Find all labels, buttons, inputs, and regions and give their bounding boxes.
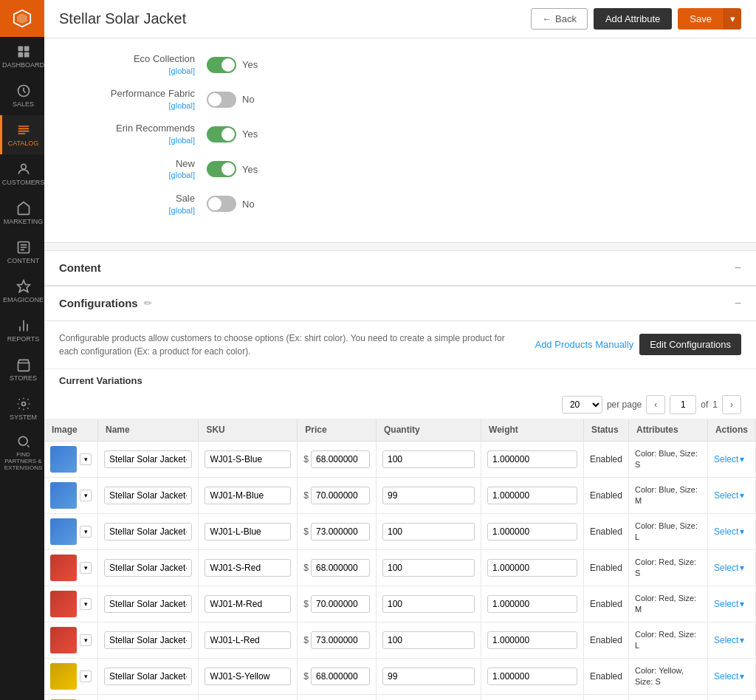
toggle-sale[interactable]: [207, 196, 236, 212]
config-description: Configurable products allow customers to…: [59, 332, 517, 358]
action-chevron-icon: ▾: [740, 526, 744, 537]
toggle-eco[interactable]: [207, 57, 236, 73]
price-input[interactable]: [311, 523, 370, 541]
sidebar-item-catalog[interactable]: CATALOG: [0, 115, 44, 154]
name-input[interactable]: [104, 450, 192, 468]
qty-input[interactable]: [382, 487, 475, 504]
image-dropdown-button[interactable]: ▾: [80, 670, 92, 682]
sidebar-item-dashboard[interactable]: DASHBOARD: [0, 37, 44, 76]
weight-input[interactable]: [487, 450, 577, 468]
cell-weight-6: [481, 658, 584, 694]
sidebar-logo[interactable]: [0, 0, 44, 37]
name-input[interactable]: [104, 523, 192, 541]
cell-price-5: $: [298, 622, 377, 658]
price-input[interactable]: [311, 487, 370, 504]
image-dropdown-button[interactable]: ▾: [80, 562, 92, 574]
status-label: Enabled: [590, 563, 622, 573]
page-prev-button[interactable]: ‹: [646, 395, 665, 414]
weight-input[interactable]: [487, 487, 577, 504]
sku-input[interactable]: [205, 450, 291, 468]
sidebar-label-emagicone: EMAGICONE: [3, 296, 44, 303]
toggle-performance[interactable]: [207, 92, 236, 108]
qty-input[interactable]: [382, 523, 475, 541]
cell-status-4: Enabled: [583, 586, 628, 622]
toggle-erin[interactable]: [207, 126, 236, 143]
sku-input[interactable]: [205, 559, 291, 577]
qty-input[interactable]: [382, 631, 475, 649]
name-input[interactable]: [104, 631, 192, 649]
sku-input[interactable]: [205, 668, 291, 685]
name-input[interactable]: [104, 668, 192, 685]
image-dropdown-button[interactable]: ▾: [80, 526, 92, 538]
cell-qty-3: [376, 549, 481, 586]
pagination-row: 20 50 100 per page ‹ of 1 ›: [44, 391, 756, 419]
qty-input[interactable]: [382, 668, 475, 685]
add-products-manually-button[interactable]: Add Products Manually: [535, 339, 633, 350]
per-page-select[interactable]: 20 50 100: [562, 396, 602, 414]
save-button[interactable]: Save: [678, 8, 724, 30]
price-input[interactable]: [311, 450, 370, 468]
page-next-button[interactable]: ›: [722, 395, 741, 414]
sidebar-item-stores[interactable]: STORES: [0, 350, 44, 389]
weight-input[interactable]: [487, 631, 577, 649]
edit-configurations-button[interactable]: Edit Configurations: [639, 334, 741, 355]
configurations-edit-icon[interactable]: ✏: [144, 298, 152, 309]
sidebar: DASHBOARD SALES CATALOG CUSTOMERS MARKET…: [0, 0, 44, 700]
name-input[interactable]: [104, 559, 192, 577]
cell-name-7: [98, 694, 199, 700]
image-dropdown-button[interactable]: ▾: [80, 453, 92, 465]
content-section-header[interactable]: Content −: [44, 250, 756, 286]
back-button[interactable]: ← Back: [531, 8, 588, 30]
svg-rect-1: [24, 47, 29, 52]
name-input[interactable]: [104, 487, 192, 504]
toggle-new[interactable]: [207, 161, 236, 177]
cell-actions-6: Select ▾: [707, 658, 755, 694]
qty-input[interactable]: [382, 559, 475, 577]
sidebar-item-customers[interactable]: CUSTOMERS: [0, 154, 44, 193]
image-dropdown-button[interactable]: ▾: [80, 490, 92, 501]
weight-input[interactable]: [487, 668, 577, 685]
name-input[interactable]: [104, 595, 192, 613]
select-action-link[interactable]: Select ▾: [714, 454, 749, 464]
select-action-link[interactable]: Select ▾: [714, 563, 749, 573]
select-action-link[interactable]: Select ▾: [714, 671, 749, 682]
save-dropdown-button[interactable]: ▾: [724, 8, 741, 30]
col-weight: Weight: [481, 419, 584, 442]
sku-input[interactable]: [205, 631, 291, 649]
page-number-input[interactable]: [670, 395, 696, 414]
price-input[interactable]: [311, 559, 370, 577]
sidebar-item-system[interactable]: SYSTEM: [0, 389, 44, 428]
image-dropdown-button[interactable]: ▾: [80, 598, 92, 610]
sidebar-item-content[interactable]: CONTENT: [0, 233, 44, 272]
select-action-link[interactable]: Select ▾: [714, 635, 749, 645]
add-attribute-button[interactable]: Add Attribute: [594, 8, 672, 30]
image-dropdown-button[interactable]: ▾: [80, 634, 92, 646]
qty-input[interactable]: [382, 450, 475, 468]
col-quantity: Quantity: [376, 419, 481, 442]
sidebar-item-sales[interactable]: SALES: [0, 76, 44, 115]
sidebar-item-find-partners[interactable]: FIND PARTNERS & EXTENSIONS: [0, 428, 44, 477]
configurations-section-header[interactable]: Configurations ✏ −: [44, 286, 756, 321]
sidebar-item-emagicone[interactable]: EMAGICONE: [0, 272, 44, 311]
select-action-link[interactable]: Select ▾: [714, 526, 749, 537]
sku-input[interactable]: [205, 523, 291, 541]
price-input[interactable]: [311, 631, 370, 649]
qty-input[interactable]: [382, 595, 475, 613]
weight-input[interactable]: [487, 559, 577, 577]
cell-sku-7: [199, 694, 298, 700]
attributes-value: Color: Red, Size: L: [635, 630, 696, 650]
select-action-link[interactable]: Select ▾: [714, 599, 749, 609]
sidebar-item-marketing[interactable]: MARKETING: [0, 193, 44, 233]
sku-input[interactable]: [205, 487, 291, 504]
weight-input[interactable]: [487, 595, 577, 613]
select-action-link[interactable]: Select ▾: [714, 490, 749, 501]
sku-input[interactable]: [205, 595, 291, 613]
status-label: Enabled: [590, 599, 622, 609]
sidebar-item-reports[interactable]: REPORTS: [0, 311, 44, 350]
svg-point-8: [21, 402, 25, 406]
price-input[interactable]: [311, 595, 370, 613]
col-status: Status: [583, 419, 628, 442]
price-input[interactable]: [311, 668, 370, 685]
weight-input[interactable]: [487, 523, 577, 541]
cell-price-3: $: [298, 549, 377, 586]
